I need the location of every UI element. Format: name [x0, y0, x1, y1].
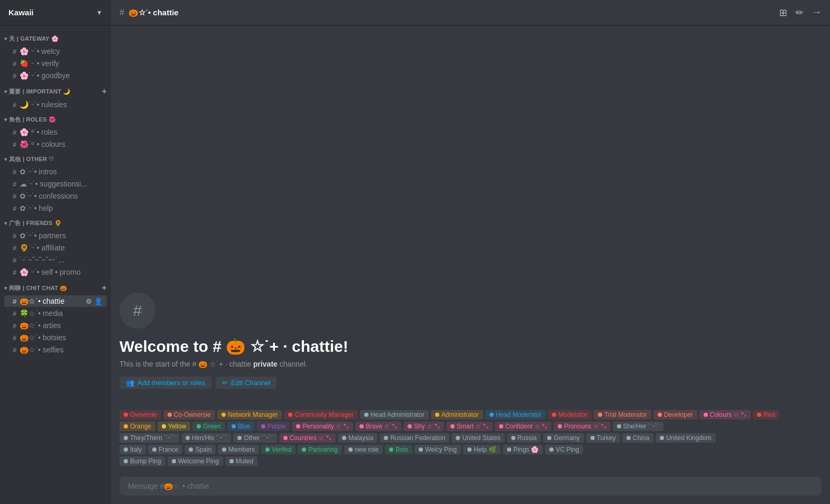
role-badge[interactable]: Bump Ping	[119, 456, 165, 466]
role-badge[interactable]: China	[622, 433, 653, 443]
role-badge[interactable]: Muted	[225, 456, 257, 466]
members-icon[interactable]: 👤	[94, 297, 103, 305]
channel-item-suggestionsi[interactable]: #☁˙ᵕ˙• suggestionsi...	[4, 178, 107, 190]
role-dot	[591, 436, 595, 440]
channel-name: ✿˙ᵕ˙• confessions	[20, 192, 103, 200]
add-channel-icon[interactable]: +	[102, 87, 107, 96]
role-badge[interactable]: Pings 🌸	[503, 445, 543, 454]
channel-item-self-promo[interactable]: #🌸˙ᵕ˙• self • promo	[4, 266, 107, 278]
channel-item-roles[interactable]: #🌸˙ᵒ˙• roles	[4, 126, 107, 138]
role-badge[interactable]: Italy	[119, 445, 146, 454]
role-badge[interactable]: Members	[218, 445, 259, 454]
channel-name: 🍓˙ᵕ˙• verify	[20, 59, 103, 68]
role-badge[interactable]: Partnering	[298, 445, 342, 454]
channel-item-verify[interactable]: #🍓˙ᵕ˙• verify	[4, 58, 107, 69]
role-badge[interactable]: Ownersie	[119, 410, 161, 419]
role-badge[interactable]: Russian Federation	[380, 433, 449, 443]
role-badge[interactable]: Red	[753, 410, 779, 419]
role-badge[interactable]: Welcy Ping	[414, 445, 461, 454]
role-badge[interactable]: They/Them ˙˙ᵕ˙˙	[119, 433, 179, 443]
role-dot	[296, 424, 300, 428]
role-badge[interactable]: Blue	[227, 422, 255, 431]
category-header-roles[interactable]: ▾角色 | ROLES 🌺	[0, 113, 111, 126]
role-badge[interactable]: France	[148, 445, 182, 454]
role-badge[interactable]: Bots	[385, 445, 412, 454]
role-badge[interactable]: Russia	[507, 433, 541, 443]
role-badge[interactable]: Confident ☆˙*ₓ	[495, 422, 551, 431]
edit-channel-button[interactable]: ✏ Edit Channel	[216, 377, 276, 389]
role-badge[interactable]: Co-Ownersie	[163, 410, 215, 419]
server-header[interactable]: Kawaii ▼	[0, 0, 111, 25]
category-header-important[interactable]: ▾重要 | IMPORTANT 🌙+	[0, 83, 111, 98]
role-badge[interactable]: Personality ☆˙*ₓ	[292, 422, 353, 431]
role-badge[interactable]: Malaysia	[338, 433, 377, 443]
role-badge[interactable]: Help 🌿	[463, 445, 501, 454]
role-badge[interactable]: Moderator	[548, 410, 592, 419]
add-members-button[interactable]: 👥 Add members or roles	[119, 377, 211, 389]
channel-item-intros[interactable]: #✿˙ᵕ˙• intros	[4, 166, 107, 178]
role-badge[interactable]: Yellow	[158, 422, 190, 431]
role-badge[interactable]: Community Manager	[284, 410, 357, 419]
role-badge[interactable]: Spain	[185, 445, 216, 454]
role-badge[interactable]: Trial Moderator	[594, 410, 651, 419]
channel-item-affiliate[interactable]: #🌻˙ᵕ˙• affiliate	[4, 242, 107, 254]
role-badge[interactable]: Administrator	[431, 410, 483, 419]
channel-item-media[interactable]: #🍀☆˙• media	[4, 307, 107, 319]
role-badge[interactable]: Purple	[257, 422, 290, 431]
role-badge[interactable]: Him/His ˙˙ᵕ˙˙	[181, 433, 231, 443]
channel-item-partners[interactable]: #✿˙ᵕ˙• partners	[4, 230, 107, 241]
hash-icon: #	[13, 334, 16, 342]
hash-icon: #	[13, 310, 16, 318]
role-badge[interactable]: Smart ☆˙*ₓ	[446, 422, 493, 431]
add-channel-icon[interactable]: +	[102, 283, 107, 293]
role-badge[interactable]: Brave ☆˙*ₓ	[355, 422, 401, 431]
role-badge[interactable]: Germany	[543, 433, 584, 443]
role-badge[interactable]: Network Manager	[217, 410, 282, 419]
channel-item-divider[interactable]: #˙ᵕ˙~˜~˜~˜~ᵕ˙...	[4, 254, 107, 266]
channel-name: ✿˙ᵕ˙• help	[20, 204, 103, 212]
members-icon[interactable]: →	[812, 7, 822, 18]
channel-item-rulesies[interactable]: #🌙˙ᵕ˙• rulesies	[4, 99, 107, 110]
channel-item-confessions[interactable]: #✿˙ᵕ˙• confessions	[4, 190, 107, 202]
channel-item-welcy[interactable]: #🌸˙ᵕ˙• welcy	[4, 45, 107, 57]
role-badge[interactable]: She/Her ˙˙ᵕ˙˙	[613, 422, 663, 431]
role-badge[interactable]: Green	[192, 422, 225, 431]
category-header-gateway[interactable]: ▾关 | GATEWAY 🌸	[0, 32, 111, 45]
channel-name: 🌺˙ᵒ˙• colours	[20, 140, 103, 148]
channel-name: 🌻˙ᵕ˙• affiliate	[20, 244, 103, 252]
role-badge[interactable]: Orange	[119, 422, 155, 431]
role-badge[interactable]: Colours ☆˙*ₓ	[699, 410, 751, 419]
channel-item-chattie[interactable]: #🎃☆˙• chattie⚙👤	[4, 295, 107, 307]
channel-item-selfies[interactable]: #🎃☆˙• selfies	[4, 344, 107, 356]
hashtag-grid-icon[interactable]: ⊞	[779, 7, 787, 18]
category-header-chitchat[interactable]: ▾闲聊 | CHIT CHAT 🎃+	[0, 280, 111, 295]
hash-icon: #	[13, 268, 16, 276]
role-badge[interactable]: Countries ☆˙*ₓ	[279, 433, 336, 443]
role-badge[interactable]: Turkey	[586, 433, 620, 443]
role-badge[interactable]: Head Administrator	[360, 410, 429, 419]
role-badge[interactable]: United Kingdom	[656, 433, 715, 443]
role-badge[interactable]: Developer	[653, 410, 697, 419]
role-badge[interactable]: United States	[451, 433, 504, 443]
channel-item-colours[interactable]: #🌺˙ᵒ˙• colours	[4, 138, 107, 150]
role-badge[interactable]: Welcome Ping	[168, 456, 223, 466]
role-badge[interactable]: Verifed	[261, 445, 296, 454]
role-badge[interactable]: new role	[344, 445, 383, 454]
role-badge[interactable]: Head Moderator	[485, 410, 546, 419]
message-input[interactable]	[128, 482, 813, 490]
category-header-friends[interactable]: ▾广告 | FRIENDS 🌻	[0, 216, 111, 229]
role-badge[interactable]: Other ˙˙ᵕ˙˙	[233, 433, 276, 443]
role-dot	[467, 447, 472, 452]
role-badge[interactable]: Pronouns ☆˙*ₓ	[554, 422, 610, 431]
category-chitchat: ▾闲聊 | CHIT CHAT 🎃+#🎃☆˙• chattie⚙👤#🍀☆˙• m…	[0, 280, 111, 356]
settings-icon[interactable]: ⚙	[86, 297, 92, 305]
channel-item-botsies[interactable]: #🎃☆˙• botsies	[4, 332, 107, 343]
channel-item-help[interactable]: #✿˙ᵕ˙• help	[4, 202, 107, 214]
edit-icon[interactable]: ✏	[796, 7, 804, 18]
category-header-other[interactable]: ▾其他 | OTHER ♡	[0, 152, 111, 165]
role-dot	[229, 459, 234, 463]
channel-item-goodbye[interactable]: #🌸˙ᵕ˙• goodbye	[4, 70, 107, 81]
role-badge[interactable]: Shy ☆˙*ₓ	[403, 422, 444, 431]
channel-item-arties[interactable]: #🎃☆˙• arties	[4, 320, 107, 331]
role-badge[interactable]: VC Ping	[545, 445, 583, 454]
